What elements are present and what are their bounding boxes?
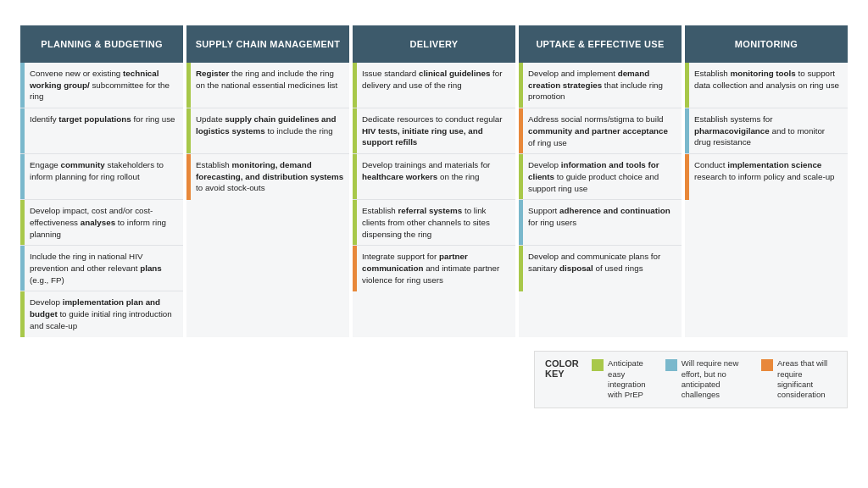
item-text: Establish monitoring tools to support da…	[689, 63, 848, 108]
col-header-planning: PLANNING & BUDGETING	[20, 25, 183, 63]
list-item: Include the ring in national HIV prevent…	[20, 246, 183, 291]
item-text: Register the ring and include the ring o…	[191, 63, 349, 108]
col-delivery: DELIVERYIssue standard clinical guidelin…	[353, 25, 515, 337]
col-header-delivery: DELIVERY	[353, 25, 515, 63]
list-item: Develop and implement demand creation st…	[519, 63, 682, 108]
col-monitoring: MONITORINGEstablish monitoring tools to …	[685, 25, 848, 337]
list-item: Establish monitoring, demand forecasting…	[186, 154, 349, 200]
list-item: Develop implementation plan and budget t…	[20, 291, 183, 337]
item-text: Conduct implementation science research …	[689, 154, 848, 200]
bottom-area: COLOR KEYAnticipate easy integration wit…	[20, 342, 848, 408]
col-body-delivery: Issue standard clinical guidelines for d…	[353, 63, 515, 337]
list-item: Establish referral systems to link clien…	[353, 200, 515, 246]
col-supply: SUPPLY CHAIN MANAGEMENTRegister the ring…	[186, 25, 349, 337]
col-body-monitoring: Establish monitoring tools to support da…	[685, 63, 848, 337]
item-text: Include the ring in national HIV prevent…	[25, 246, 183, 291]
item-text: Address social norms/stigma to build com…	[523, 108, 682, 153]
list-item: Establish systems for pharmacovigilance …	[685, 108, 848, 154]
col-header-uptake: UPTAKE & EFFECTIVE USE	[519, 25, 682, 63]
item-text: Develop and implement demand creation st…	[523, 63, 682, 108]
color-swatch-green	[592, 359, 604, 371]
framework-table: PLANNING & BUDGETINGConvene new or exist…	[20, 25, 848, 337]
col-planning: PLANNING & BUDGETINGConvene new or exist…	[20, 25, 183, 337]
list-item: Dedicate resources to conduct regular HI…	[353, 108, 515, 154]
list-item: Conduct implementation science research …	[685, 154, 848, 200]
item-text: Establish monitoring, demand forecasting…	[191, 154, 349, 200]
color-key: COLOR KEYAnticipate easy integration wit…	[534, 351, 848, 408]
color-key-item: Anticipate easy integration with PrEP	[592, 358, 654, 400]
item-text: Establish referral systems to link clien…	[357, 200, 515, 245]
list-item: Engage community stakeholders to inform …	[20, 154, 183, 200]
list-item: Issue standard clinical guidelines for d…	[353, 63, 515, 108]
item-text: Establish systems for pharmacovigilance …	[689, 108, 848, 153]
col-header-supply: SUPPLY CHAIN MANAGEMENT	[186, 25, 349, 63]
item-text: Engage community stakeholders to inform …	[25, 154, 183, 199]
color-key-label: Areas that will require significant cons…	[777, 358, 837, 400]
item-text: Convene new or existing technical workin…	[25, 63, 183, 108]
item-text: Develop impact, cost and/or cost-effecti…	[25, 200, 183, 245]
list-item: Integrate support for partner communicat…	[353, 246, 515, 291]
item-text: Dedicate resources to conduct regular HI…	[357, 108, 515, 153]
col-uptake: UPTAKE & EFFECTIVE USEDevelop and implem…	[519, 25, 682, 337]
list-item: Develop impact, cost and/or cost-effecti…	[20, 200, 183, 246]
list-item: Develop information and tools for client…	[519, 154, 682, 200]
item-text: Develop trainings and materials for heal…	[357, 154, 515, 199]
list-item: Register the ring and include the ring o…	[186, 63, 349, 108]
item-text: Update supply chain guidelines and logis…	[191, 108, 349, 153]
color-swatch-blue	[665, 359, 677, 371]
list-item: Develop and communicate plans for sanita…	[519, 246, 682, 291]
list-item: Establish monitoring tools to support da…	[685, 63, 848, 108]
item-text: Support adherence and continuation for r…	[523, 200, 682, 245]
color-key-label: Will require new effort, but no anticipa…	[682, 358, 749, 400]
color-key-items: Anticipate easy integration with PrEPWil…	[592, 358, 837, 400]
list-item: Update supply chain guidelines and logis…	[186, 108, 349, 154]
col-body-planning: Convene new or existing technical workin…	[20, 63, 183, 337]
color-key-item: Will require new effort, but no anticipa…	[665, 358, 749, 400]
color-swatch-orange	[761, 359, 773, 371]
list-item: Address social norms/stigma to build com…	[519, 108, 682, 154]
item-text: Develop and communicate plans for sanita…	[523, 246, 682, 291]
col-body-supply: Register the ring and include the ring o…	[186, 63, 349, 337]
item-text: Identify target populations for ring use	[25, 108, 183, 153]
list-item: Support adherence and continuation for r…	[519, 200, 682, 246]
color-key-item: Areas that will require significant cons…	[761, 358, 837, 400]
item-text: Develop implementation plan and budget t…	[25, 291, 183, 337]
col-header-monitoring: MONITORING	[685, 25, 848, 63]
item-text: Issue standard clinical guidelines for d…	[357, 63, 515, 108]
list-item: Convene new or existing technical workin…	[20, 63, 183, 108]
col-body-uptake: Develop and implement demand creation st…	[519, 63, 682, 337]
list-item: Identify target populations for ring use	[20, 108, 183, 154]
item-text: Develop information and tools for client…	[523, 154, 682, 199]
item-text: Integrate support for partner communicat…	[357, 246, 515, 291]
color-key-label: Anticipate easy integration with PrEP	[608, 358, 654, 400]
page: PLANNING & BUDGETINGConvene new or exist…	[0, 0, 868, 488]
color-key-title: COLOR KEY	[545, 358, 592, 379]
list-item: Develop trainings and materials for heal…	[353, 154, 515, 200]
